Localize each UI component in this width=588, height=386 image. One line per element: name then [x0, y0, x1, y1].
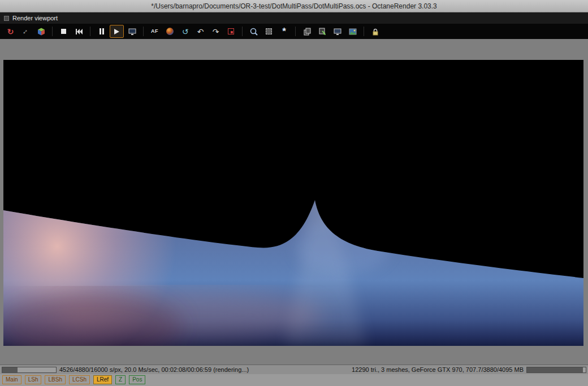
play-icon — [114, 29, 119, 34]
stop-button[interactable] — [57, 25, 71, 38]
white-balance-picker-icon: ↺ — [182, 28, 189, 36]
render-region-button[interactable] — [224, 25, 238, 38]
expand-icon: ↕ — [22, 28, 30, 36]
restart-icon — [75, 27, 84, 36]
lock-resolution-icon — [371, 27, 380, 36]
pane-icon — [4, 16, 9, 21]
toolbar-separator — [52, 27, 53, 36]
scene-info-text: 12290 tri., 3 meshes, GeForce GTX 970, 7… — [352, 366, 524, 373]
display2-icon — [333, 27, 342, 36]
toolbar-separator — [295, 27, 296, 36]
lock-resolution-button[interactable] — [368, 25, 382, 38]
af-picker-icon: AF — [151, 29, 158, 34]
render-progress-bar — [2, 367, 57, 373]
material-picker-button[interactable] — [163, 25, 177, 38]
toolbar-separator — [143, 27, 144, 36]
camera-target-picker-button[interactable]: ↶ — [193, 25, 207, 38]
copy-icon — [302, 27, 312, 36]
film-region-button[interactable] — [262, 25, 276, 38]
copy-button[interactable] — [300, 25, 314, 38]
pause-button[interactable] — [94, 25, 109, 38]
cube-icon — [37, 27, 46, 36]
zoom-icon — [249, 27, 258, 36]
render-area — [0, 39, 588, 365]
reload-icon: ↻ — [7, 28, 14, 36]
viewport-header: Render viewport — [0, 12, 588, 24]
pass-tab-pos[interactable]: Pos — [129, 375, 145, 384]
toolbar-separator — [242, 27, 243, 36]
memory-progress-fill — [527, 367, 583, 372]
stop-icon — [61, 29, 66, 34]
reload-button[interactable]: ↻ — [3, 25, 18, 38]
film-region-icon — [266, 28, 272, 34]
pass-tab-lcsh[interactable]: LCSh — [69, 375, 90, 384]
pass-tab-main[interactable]: Main — [2, 375, 21, 384]
expand-button[interactable]: ↕ — [19, 25, 33, 38]
export-button[interactable] — [315, 25, 329, 38]
object-picker-button[interactable]: ↷ — [209, 25, 223, 38]
pass-tab-lbsh[interactable]: LBSh — [45, 375, 65, 384]
zoom-button[interactable] — [247, 25, 261, 38]
restart-button[interactable] — [72, 25, 86, 38]
af-picker-button[interactable]: AF — [148, 25, 162, 38]
pass-tab-z[interactable]: Z — [115, 375, 126, 384]
toolbar-separator — [364, 27, 364, 36]
pass-tab-lsh[interactable]: LSh — [25, 375, 42, 384]
render-viewport-canvas[interactable] — [3, 60, 583, 346]
white-balance-picker-button[interactable]: ↺ — [178, 25, 192, 38]
save-image-icon — [348, 27, 357, 36]
render-pass-bar: Main LSh LBSh LCSh LRef Z Pos — [0, 374, 588, 386]
render-priority-button[interactable]: * — [277, 25, 291, 38]
rendered-scene — [3, 60, 583, 346]
camera-target-picker-icon: ↶ — [197, 28, 204, 36]
render-toolbar: ↻ ↕ AF — [0, 24, 588, 39]
window-title: */Users/barnapro/Documents/OR-3-test/Dot… — [151, 2, 437, 10]
toolbar-separator — [90, 27, 90, 36]
status-bar: 4526/4880/16000 s/px, 20.0 Ms/sec, 00:02… — [0, 365, 588, 374]
fullscreen-display-button[interactable] — [330, 25, 344, 38]
export-icon — [318, 27, 327, 36]
pass-tab-lref[interactable]: LRef — [93, 375, 112, 384]
render-progress-text: 4526/4880/16000 s/px, 20.0 Ms/sec, 00:02… — [59, 366, 352, 373]
save-image-button[interactable] — [345, 25, 360, 38]
render-region-icon — [228, 28, 234, 34]
scene-cube-button[interactable] — [34, 25, 48, 38]
window-titlebar: */Users/barnapro/Documents/OR-3-test/Dot… — [0, 0, 588, 12]
render-progress-fill — [2, 367, 18, 372]
material-picker-icon — [166, 28, 174, 35]
play-button[interactable] — [110, 25, 124, 38]
realtime-display-button[interactable] — [125, 25, 139, 38]
display-icon — [128, 27, 137, 36]
viewport-title: Render viewport — [12, 15, 58, 21]
pause-icon — [100, 28, 104, 34]
object-picker-icon: ↷ — [213, 28, 219, 36]
memory-progress-bar — [526, 367, 586, 373]
render-priority-icon: * — [282, 27, 286, 36]
